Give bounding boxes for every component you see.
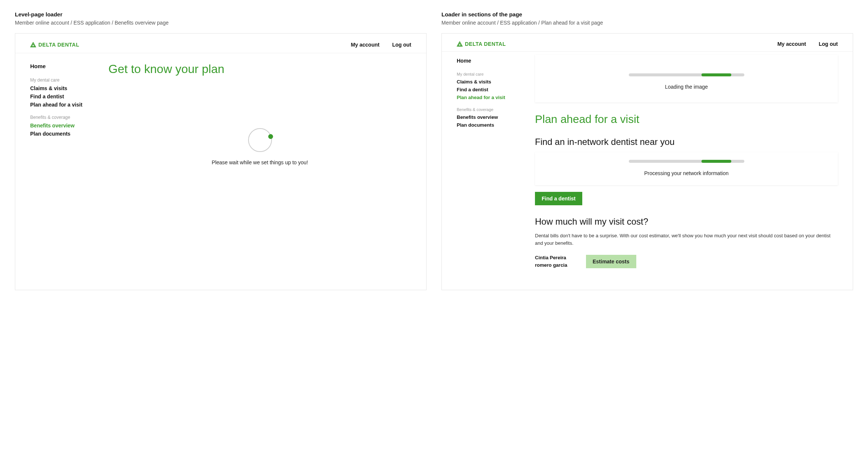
cost-description: Dental bills don't have to be a surprise… (535, 232, 838, 247)
page-loader: Please wait while we set things up to yo… (108, 128, 411, 165)
sidebar-item-benefits-overview[interactable]: Benefits overview (30, 121, 90, 130)
sidebar-item-plan-ahead[interactable]: Plan ahead for a visit (457, 94, 516, 101)
sidebar-item-find-dentist[interactable]: Find a dentist (30, 92, 90, 101)
panel-plan-ahead: DELTA DENTAL My account Log out Home My … (441, 33, 853, 290)
my-account-link[interactable]: My account (777, 41, 806, 47)
my-account-link[interactable]: My account (351, 42, 380, 48)
find-dentist-button[interactable]: Find a dentist (535, 192, 582, 205)
user-name-line2: romero garcia (535, 262, 567, 268)
spinner-text: Please wait while we set things up to yo… (108, 159, 411, 165)
network-loader-card: Processing your network information (535, 152, 838, 185)
progress-bar-fill (701, 73, 731, 76)
user-name-line1: Cintia Pereira (535, 255, 566, 260)
estimate-costs-button[interactable]: Estimate costs (586, 255, 636, 268)
logout-link[interactable]: Log out (819, 41, 838, 47)
network-loader-text: Processing your network information (542, 170, 830, 176)
spec-title-left: Level-page loader (15, 11, 427, 18)
sidebar-item-claims[interactable]: Claims & visits (30, 84, 90, 92)
sidebar-group-benefits: Benefits & coverage (457, 107, 516, 112)
brand-text: DELTA DENTAL (465, 41, 506, 47)
cost-heading: How much will my visit cost? (535, 216, 838, 227)
progress-bar-fill (701, 160, 731, 163)
brand-logo[interactable]: DELTA DENTAL (457, 41, 506, 47)
sidebar-item-home[interactable]: Home (30, 60, 90, 72)
sidebar-item-claims[interactable]: Claims & visits (457, 78, 516, 86)
top-links: My account Log out (777, 41, 838, 47)
image-loader-text: Loading the image (542, 84, 830, 90)
find-dentist-heading: Find an in-network dentist near you (535, 137, 838, 147)
progress-bar (629, 73, 744, 76)
sidebar: Home My dental care Claims & visits Find… (30, 60, 90, 165)
sidebar-item-plan-documents[interactable]: Plan documents (457, 121, 516, 129)
delta-logo-icon (457, 41, 463, 47)
topbar: DELTA DENTAL My account Log out (442, 34, 853, 52)
sidebar-group-benefits: Benefits & coverage (30, 115, 90, 120)
spec-title-right: Loader in sections of the page (441, 11, 853, 18)
sidebar-item-plan-ahead[interactable]: Plan ahead for a visit (30, 101, 90, 109)
sidebar-group-dental-care: My dental care (457, 72, 516, 76)
logout-link[interactable]: Log out (392, 42, 411, 48)
sidebar: Home My dental care Claims & visits Find… (457, 55, 516, 269)
sidebar-group-dental-care: My dental care (30, 77, 90, 83)
sidebar-item-home[interactable]: Home (457, 55, 516, 66)
sidebar-item-benefits-overview[interactable]: Benefits overview (457, 113, 516, 121)
topbar: DELTA DENTAL My account Log out (15, 34, 426, 53)
spinner-icon (248, 128, 272, 152)
spec-breadcrumb-left: Member online account / ESS application … (15, 20, 427, 26)
user-name: Cintia Pereira romero garcia (535, 254, 567, 269)
sidebar-item-plan-documents[interactable]: Plan documents (30, 130, 90, 138)
cost-row: Cintia Pereira romero garcia Estimate co… (535, 254, 838, 269)
page-title: Get to know your plan (108, 62, 411, 76)
progress-bar (629, 160, 744, 163)
spec-breadcrumb-right: Member online account / ESS application … (441, 20, 853, 26)
brand-logo[interactable]: DELTA DENTAL (30, 42, 79, 48)
delta-logo-icon (30, 42, 36, 47)
page-title: Plan ahead for a visit (535, 113, 838, 126)
panel-benefits-overview: DELTA DENTAL My account Log out Home My … (15, 33, 427, 290)
top-links: My account Log out (351, 42, 411, 48)
image-loader-card: Loading the image (535, 55, 838, 102)
sidebar-item-find-dentist[interactable]: Find a dentist (457, 86, 516, 94)
brand-text: DELTA DENTAL (38, 42, 79, 48)
